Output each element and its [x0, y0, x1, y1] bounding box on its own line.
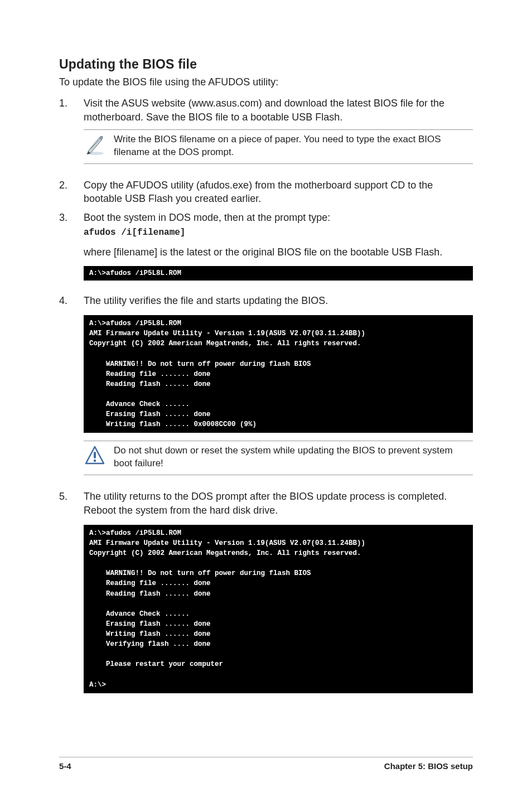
- step-1: 1. Visit the ASUS website (www.asus.com)…: [59, 96, 473, 172]
- step-3-where-text: where [filename] is the latest or the or…: [84, 245, 473, 259]
- chapter-label: Chapter 5: BIOS setup: [384, 761, 473, 772]
- step-5: 5. The utility returns to the DOS prompt…: [59, 490, 473, 701]
- step-2-number: 2.: [59, 178, 71, 206]
- terminal-output-1: A:\>afudos /iP5L8L.ROM: [84, 266, 473, 281]
- step-4: 4. The utility verifies the file and sta…: [59, 294, 473, 485]
- step-3-text: Boot the system in DOS mode, then at the…: [84, 211, 473, 224]
- terminal-output-2: A:\>afudos /iP5L8L.ROM AMI Firmware Upda…: [84, 315, 473, 433]
- intro-paragraph: To update the BIOS file using the AFUDOS…: [59, 75, 473, 89]
- step-4-number: 4.: [59, 294, 71, 485]
- step-1-number: 1.: [59, 96, 71, 172]
- step-2: 2. Copy the AFUDOS utility (afudos.exe) …: [59, 178, 473, 206]
- page-number: 5-4: [59, 761, 71, 772]
- step-2-text: Copy the AFUDOS utility (afudos.exe) fro…: [84, 178, 473, 206]
- step-3-number: 3.: [59, 211, 71, 288]
- step-5-text: The utility returns to the DOS prompt af…: [84, 490, 473, 517]
- terminal-output-3: A:\>afudos /iP5L8L.ROM AMI Firmware Upda…: [84, 525, 473, 693]
- step-3-command: afudos /i[filename]: [84, 227, 473, 239]
- note-filename-text: Write the BIOS filename on a piece of pa…: [114, 133, 473, 159]
- step-4-text: The utility verifies the file and starts…: [84, 294, 473, 307]
- pencil-icon: [84, 133, 106, 156]
- note-box-filename: Write the BIOS filename on a piece of pa…: [84, 129, 473, 164]
- note-warning-text: Do not shut down or reset the system whi…: [114, 445, 473, 470]
- section-heading: Updating the BIOS file: [59, 56, 473, 73]
- svg-rect-2: [94, 452, 96, 458]
- step-list: 1. Visit the ASUS website (www.asus.com)…: [59, 96, 473, 701]
- page-footer: 5-4 Chapter 5: BIOS setup: [59, 757, 473, 772]
- step-1-text: Visit the ASUS website (www.asus.com) an…: [84, 96, 473, 124]
- svg-point-3: [94, 460, 96, 462]
- note-box-warning: Do not shut down or reset the system whi…: [84, 441, 473, 475]
- step-5-number: 5.: [59, 490, 71, 701]
- step-3: 3. Boot the system in DOS mode, then at …: [59, 211, 473, 288]
- warning-icon: [84, 445, 106, 467]
